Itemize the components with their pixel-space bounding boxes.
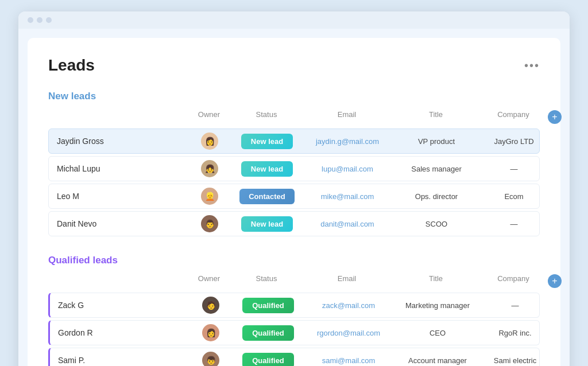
lead-status: New lead bbox=[233, 134, 301, 149]
status-badge: Contacted bbox=[239, 189, 295, 204]
lead-title: Sales manager bbox=[393, 165, 479, 173]
qualified-leads-table-header: Owner Status Email Title Company + bbox=[48, 272, 540, 290]
status-badge: Qualified bbox=[242, 325, 294, 341]
lead-email[interactable]: lupu@mail.com bbox=[301, 165, 393, 173]
avatar-icon: 👧 bbox=[201, 160, 218, 177]
q-col-name-header bbox=[48, 274, 186, 288]
lead-company: Sami electric bbox=[481, 356, 550, 365]
lead-title: SCOO bbox=[393, 220, 479, 228]
avatar-icon: 👨 bbox=[201, 215, 218, 232]
avatar-icon: 👩 bbox=[201, 133, 218, 150]
new-leads-header: New leads bbox=[48, 91, 540, 102]
lead-company: Ecom bbox=[479, 192, 548, 201]
avatar-icon: 👩 bbox=[202, 324, 219, 341]
window-dot-2 bbox=[37, 17, 42, 23]
status-badge: Qualified bbox=[242, 353, 294, 367]
lead-avatar: 👦 bbox=[188, 352, 234, 366]
q-col-email-header: Email bbox=[301, 274, 393, 288]
new-leads-title: New leads bbox=[48, 91, 163, 102]
lead-email[interactable]: jaydin.g@mail.com bbox=[301, 137, 393, 146]
col-name-header bbox=[48, 110, 186, 124]
new-leads-table-header: Owner Status Email Title Company + bbox=[48, 108, 540, 126]
lead-avatar: 👨 bbox=[187, 215, 233, 232]
lead-name: Gordon R bbox=[50, 322, 188, 343]
lead-name: Jaydin Gross bbox=[49, 131, 187, 151]
lead-avatar: 🧑 bbox=[188, 297, 234, 314]
lead-avatar: 👱 bbox=[187, 188, 233, 205]
lead-email[interactable]: rgordon@mail.com bbox=[303, 329, 394, 337]
window-dot-1 bbox=[28, 17, 33, 23]
q-col-title-header: Title bbox=[393, 274, 479, 288]
status-badge: New lead bbox=[241, 161, 293, 177]
lead-status: Qualified bbox=[234, 325, 303, 341]
qualified-leads-section: Qualified leads Owner Status Email Title… bbox=[48, 255, 540, 366]
lead-email[interactable]: zack@mail.com bbox=[303, 301, 394, 310]
lead-company: — bbox=[479, 220, 548, 228]
qualified-leads-title: Qualified leads bbox=[48, 255, 163, 266]
status-badge: New lead bbox=[241, 216, 293, 232]
lead-name: Leo M bbox=[49, 186, 187, 207]
new-leads-section: New leads Owner Status Email Title Compa… bbox=[48, 91, 540, 236]
col-email-header: Email bbox=[301, 110, 393, 124]
lead-title: Account manager bbox=[394, 356, 481, 365]
q-col-add-header: + bbox=[548, 274, 570, 288]
qualified-lead-row[interactable]: Gordon R 👩 Qualified rgordon@mail.com CE… bbox=[48, 320, 540, 345]
app-window: Leads ••• New leads Owner Status Email T… bbox=[18, 11, 570, 366]
lead-company: — bbox=[481, 301, 550, 310]
status-badge: New lead bbox=[241, 134, 293, 149]
lead-email[interactable]: sami@mail.com bbox=[303, 356, 394, 365]
qualified-lead-row[interactable]: Zack G 🧑 Qualified zack@mail.com Marketi… bbox=[48, 293, 540, 318]
lead-avatar: 👩 bbox=[187, 133, 233, 150]
main-content: Leads ••• New leads Owner Status Email T… bbox=[28, 38, 560, 366]
lead-email[interactable]: mike@mail.com bbox=[301, 192, 393, 201]
new-leads-table-body: Jaydin Gross 👩 New lead jaydin.g@mail.co… bbox=[48, 129, 540, 236]
col-add-header: + bbox=[548, 110, 570, 124]
col-owner-header: Owner bbox=[186, 110, 232, 124]
more-options-button[interactable]: ••• bbox=[524, 59, 540, 72]
qualified-lead-row[interactable]: Sami P. 👦 Qualified sami@mail.com Accoun… bbox=[48, 348, 540, 366]
lead-name: Zack G bbox=[50, 295, 188, 316]
lead-email[interactable]: danit@mail.com bbox=[301, 220, 393, 228]
col-title-header: Title bbox=[393, 110, 479, 124]
new-leads-add-button[interactable]: + bbox=[548, 110, 562, 124]
new-lead-row[interactable]: Jaydin Gross 👩 New lead jaydin.g@mail.co… bbox=[48, 129, 540, 154]
q-col-owner-header: Owner bbox=[186, 274, 232, 288]
lead-name: Sami P. bbox=[50, 350, 188, 366]
new-lead-row[interactable]: Leo M 👱 Contacted mike@mail.com Ops. dir… bbox=[48, 184, 540, 209]
lead-status: Qualified bbox=[234, 353, 303, 367]
lead-name: Danit Nevo bbox=[49, 213, 187, 234]
lead-company: — bbox=[479, 165, 548, 173]
lead-status: Qualified bbox=[234, 298, 303, 313]
page-header: Leads ••• bbox=[48, 56, 540, 75]
q-col-status-header: Status bbox=[232, 274, 301, 288]
window-dot-3 bbox=[46, 17, 52, 23]
col-company-header: Company bbox=[479, 110, 548, 124]
lead-company: RgoR inc. bbox=[481, 329, 550, 337]
lead-title: Ops. director bbox=[393, 192, 479, 201]
lead-status: New lead bbox=[233, 216, 301, 232]
lead-status: New lead bbox=[233, 161, 301, 177]
qualified-leads-table-body: Zack G 🧑 Qualified zack@mail.com Marketi… bbox=[48, 293, 540, 366]
title-bar bbox=[18, 11, 570, 29]
lead-title: CEO bbox=[394, 329, 481, 337]
new-lead-row[interactable]: Michal Lupu 👧 New lead lupu@mail.com Sal… bbox=[48, 156, 540, 181]
lead-avatar: 👩 bbox=[188, 324, 234, 341]
q-col-company-header: Company bbox=[479, 274, 548, 288]
col-status-header: Status bbox=[232, 110, 301, 124]
avatar-icon: 👦 bbox=[202, 352, 219, 366]
avatar-icon: 👱 bbox=[201, 188, 218, 205]
lead-name: Michal Lupu bbox=[49, 158, 187, 179]
qualified-leads-header: Qualified leads bbox=[48, 255, 540, 266]
page-title: Leads bbox=[48, 56, 95, 75]
lead-title: Marketing manager bbox=[394, 301, 481, 310]
lead-company: JayGro LTD bbox=[479, 137, 548, 146]
qualified-leads-add-button[interactable]: + bbox=[548, 274, 562, 288]
lead-avatar: 👧 bbox=[187, 160, 233, 177]
lead-title: VP product bbox=[393, 137, 479, 146]
new-lead-row[interactable]: Danit Nevo 👨 New lead danit@mail.com SCO… bbox=[48, 211, 540, 236]
status-badge: Qualified bbox=[242, 298, 294, 313]
lead-status: Contacted bbox=[233, 189, 301, 204]
avatar-icon: 🧑 bbox=[202, 297, 219, 314]
